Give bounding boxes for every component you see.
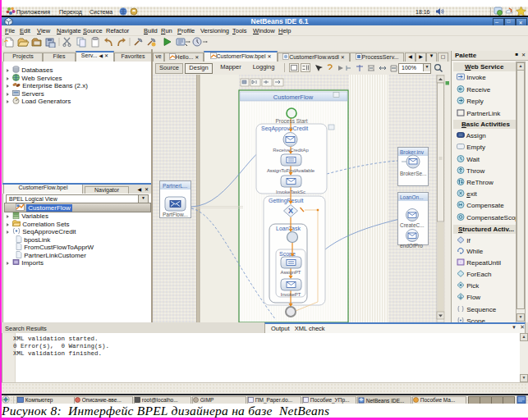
svg-text:AssignToFindAvailable: AssignToFindAvailable — [267, 168, 315, 173]
svg-text:X: X — [288, 207, 293, 215]
svg-text:GettingResult: GettingResult — [269, 198, 303, 204]
svg-text:CreateC...: CreateC... — [400, 222, 425, 228]
svg-text:CustomerFlow: CustomerFlow — [273, 94, 314, 101]
svg-text:PartFlow...: PartFlow... — [163, 212, 188, 217]
svg-text:InvokePT: InvokePT — [281, 292, 301, 297]
svg-text:ReceiveCreditAp: ReceiveCreditAp — [273, 148, 309, 153]
svg-text:Broker.inv: Broker.inv — [400, 149, 425, 155]
svg-text:LoanOn...: LoanOn... — [400, 194, 424, 200]
svg-text:BrokerSe...: BrokerSe... — [400, 171, 427, 176]
svg-text:PartnerL...: PartnerL... — [163, 183, 188, 189]
svg-text:InvokeTaskSc: InvokeTaskSc — [276, 189, 305, 194]
svg-text:LoanTask: LoanTask — [276, 226, 301, 231]
svg-text:AssignPT: AssignPT — [281, 270, 301, 275]
svg-text:SeqApproveCredit: SeqApproveCredit — [261, 126, 308, 132]
svg-text:endOfPro: endOfPro — [400, 243, 423, 249]
svg-text:Process Start: Process Start — [275, 118, 307, 124]
